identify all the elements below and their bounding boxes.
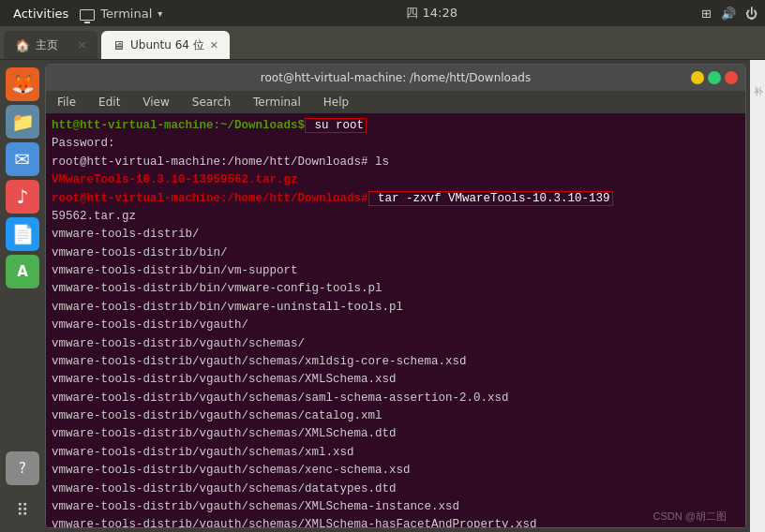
terminal-line-16: vmware-tools-distrib/vgauth/schemas/saml… [52, 390, 740, 407]
activities-button[interactable]: Activities [8, 5, 74, 22]
watermark: CSDN @胡二图 [653, 510, 727, 524]
terminal-icon [80, 9, 95, 21]
tabs-bar: 🏠 主页 ✕ 🖥 Ubuntu 64 位 ✕ [0, 26, 765, 60]
terminal-line-4: VMwareTools-10.3.10-13959562.tar.gz [52, 171, 740, 189]
menu-terminal[interactable]: Terminal [249, 94, 305, 111]
sidebar-icon-info[interactable]: ? [6, 451, 39, 485]
sidebar-icon-doc[interactable]: 📄 [6, 217, 39, 251]
terminal-line-23: vmware-tools-distrib/vgauth/schemas/XMLS… [52, 516, 740, 527]
terminal-line-13: vmware-tools-distrib/vgauth/schemas/ [52, 335, 740, 353]
terminal-line-12: vmware-tools-distrib/vgauth/ [52, 317, 740, 334]
terminal-menubar: File Edit View Search Terminal Help [46, 91, 745, 113]
terminal-line-8: vmware-tools-distrib/bin/ [52, 244, 740, 262]
terminal-line-20: vmware-tools-distrib/vgauth/schemas/xenc… [52, 462, 740, 480]
terminal-line-21: vmware-tools-distrib/vgauth/schemas/data… [52, 480, 740, 498]
sidebar-icon-rhythmbox[interactable]: ♪ [6, 180, 39, 214]
tab-ubuntu-label: Ubuntu 64 位 [130, 37, 204, 53]
terminal-menu-arrow: ▾ [158, 8, 162, 19]
prompt-root-1: root@htt-virtual-machine:/home/htt/Downl… [52, 192, 368, 205]
tab-home[interactable]: 🏠 主页 ✕ [4, 31, 98, 59]
power-icon[interactable]: ⏻ [745, 7, 758, 21]
tab-home-label: 主页 [36, 37, 58, 53]
terminal-menu-label[interactable]: Terminal [100, 7, 152, 21]
terminal-line-7: vmware-tools-distrib/ [52, 226, 740, 244]
menu-view[interactable]: View [139, 94, 172, 111]
system-bar-right: ⊞ 🔊 ⏻ [701, 7, 758, 21]
sidebar-icon-firefox[interactable]: 🦊 [6, 67, 39, 101]
ubuntu-icon: 🖥 [112, 38, 125, 52]
menu-help[interactable]: Help [320, 94, 352, 111]
line-3-text: root@htt-virtual-machine:/home/htt/Downl… [52, 155, 389, 169]
terminal-line-17: vmware-tools-distrib/vgauth/schemas/cata… [52, 407, 740, 425]
tab-ubuntu-close[interactable]: ✕ [210, 39, 218, 52]
menu-edit[interactable]: Edit [95, 94, 124, 111]
sound-icon[interactable]: 🔊 [721, 7, 736, 21]
line-6-text: 59562.tar.gz [52, 210, 136, 223]
terminal-line-1: htt@htt-virtual-machine:~/Downloads$ su … [52, 117, 740, 135]
cmd-box-1: su root [305, 118, 367, 133]
sidebar: 🦊 📁 ✉ ♪ 📄 A ? ⠿ [0, 60, 45, 532]
terminal-line-6: 59562.tar.gz [52, 208, 740, 226]
tab-ubuntu[interactable]: 🖥 Ubuntu 64 位 ✕ [101, 31, 230, 59]
sidebar-icon-mail[interactable]: ✉ [6, 142, 39, 176]
window-controls: — □ ✕ [691, 71, 738, 84]
maximize-button[interactable]: □ [708, 71, 721, 84]
terminal-window: root@htt-virtual-machine: /home/htt/Down… [45, 64, 746, 528]
terminal-line-19: vmware-tools-distrib/vgauth/schemas/xml.… [52, 444, 740, 462]
terminal-line-22: vmware-tools-distrib/vgauth/schemas/XMLS… [52, 498, 740, 516]
cmd-box-2: tar -zxvf VMwareTools-10.3.10-139 [368, 191, 613, 206]
terminal-line-3: root@htt-virtual-machine:/home/htt/Downl… [52, 154, 740, 171]
network-icon: ⊞ [701, 7, 712, 21]
sidebar-icon-calc[interactable]: A [6, 255, 39, 288]
terminal-line-15: vmware-tools-distrib/vgauth/schemas/XMLS… [52, 371, 740, 389]
sidebar-icon-apps[interactable]: ⠿ [6, 493, 39, 526]
system-bar-center: 四 14:28 [406, 5, 458, 22]
system-bar: Activities Terminal ▾ 四 14:28 ⊞ 🔊 ⏻ [0, 0, 765, 26]
terminal-line-18: vmware-tools-distrib/vgauth/schemas/XMLS… [52, 425, 740, 443]
home-icon: 🏠 [15, 38, 30, 52]
main-layout: 🦊 📁 ✉ ♪ 📄 A ? ⠿ root@htt-virtual-machine… [0, 60, 765, 532]
datetime-display: 四 14:28 [406, 5, 458, 22]
line-2-text: Password: [52, 137, 115, 150]
terminal-titlebar: root@htt-virtual-machine: /home/htt/Down… [46, 65, 745, 91]
terminal-title: root@htt-virtual-machine: /home/htt/Down… [100, 71, 691, 84]
terminal-line-9: vmware-tools-distrib/bin/vm-support [52, 262, 740, 280]
terminal-content[interactable]: htt@htt-virtual-machine:~/Downloads$ su … [46, 113, 745, 527]
tab-home-close[interactable]: ✕ [78, 39, 86, 52]
system-bar-left: Activities Terminal ▾ [8, 5, 162, 22]
terminal-line-2: Password: [52, 135, 740, 153]
terminal-line-10: vmware-tools-distrib/bin/vmware-config-t… [52, 280, 740, 298]
minimize-button[interactable]: — [691, 71, 704, 84]
menu-search[interactable]: Search [188, 94, 234, 111]
prompt-1: htt@htt-virtual-machine:~/Downloads$ [52, 119, 305, 132]
menu-file[interactable]: File [53, 94, 80, 111]
right-strip: 补 [750, 60, 765, 532]
line-4-text: VMwareTools-10.3.10-13959562.tar.gz [52, 173, 298, 186]
close-button[interactable]: ✕ [725, 71, 738, 84]
terminal-line-5: root@htt-virtual-machine:/home/htt/Downl… [52, 190, 740, 208]
terminal-line-11: vmware-tools-distrib/bin/vmware-uninstal… [52, 299, 740, 317]
terminal-line-14: vmware-tools-distrib/vgauth/schemas/xmld… [52, 353, 740, 371]
sidebar-icon-files[interactable]: 📁 [6, 105, 39, 139]
